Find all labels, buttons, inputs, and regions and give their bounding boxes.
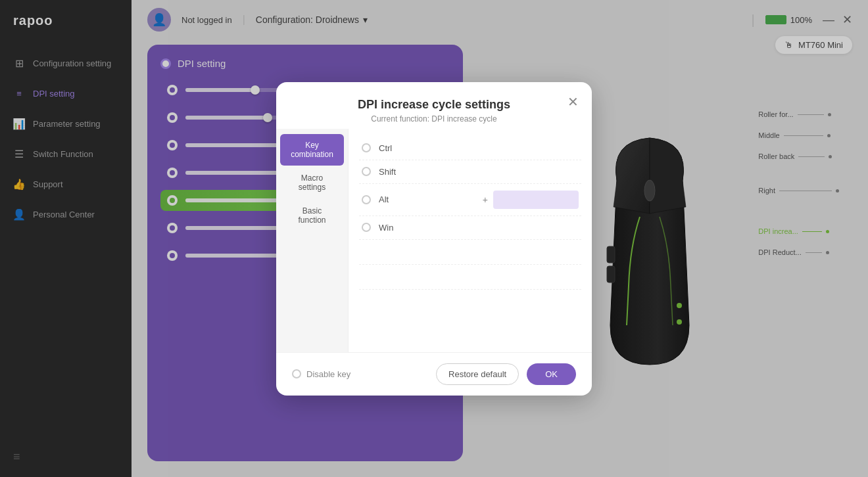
disable-key[interactable]: Disable key [292, 369, 350, 379]
key-label-win: Win [379, 223, 579, 233]
key-radio-shift[interactable] [362, 167, 371, 176]
plus-icon: + [483, 194, 488, 205]
key-radio-disable[interactable] [292, 369, 301, 378]
key-option-empty2 [359, 265, 581, 290]
disable-label: Disable key [306, 369, 350, 379]
modal-body: Key combination Macro settings Basic fun… [276, 129, 592, 352]
key-input-area: + [483, 191, 579, 209]
ok-button[interactable]: OK [527, 363, 576, 385]
key-label-shift: Shift [379, 167, 579, 177]
close-button[interactable]: ✕ [567, 95, 579, 108]
modal-header: DPI increase cycle settings Current func… [276, 82, 592, 129]
modal-footer: Disable key Restore default OK [276, 352, 592, 396]
key-option-empty3 [359, 290, 581, 315]
nav-macro-settings[interactable]: Macro settings [280, 167, 344, 198]
modal-dialog: DPI increase cycle settings Current func… [276, 82, 592, 396]
key-label-ctrl: Ctrl [379, 143, 579, 153]
key-option-shift[interactable]: Shift [359, 160, 581, 184]
nav-basic-function[interactable]: Basic function [280, 200, 344, 231]
key-option-ctrl[interactable]: Ctrl [359, 137, 581, 160]
key-radio-ctrl[interactable] [362, 143, 371, 152]
modal-overlay[interactable]: DPI increase cycle settings Current func… [0, 0, 868, 477]
modal-subtitle: Current function: DPI increase cycle [292, 114, 576, 124]
modal-main: Ctrl Shift Alt + [349, 129, 592, 352]
key-radio-win[interactable] [362, 223, 371, 232]
key-value-input[interactable] [493, 191, 579, 209]
key-radio-alt[interactable] [362, 195, 371, 204]
restore-default-button[interactable]: Restore default [436, 363, 519, 385]
modal-title: DPI increase cycle settings [292, 98, 576, 112]
footer-buttons: Restore default OK [436, 363, 576, 385]
key-option-win[interactable]: Win [359, 216, 581, 240]
modal-nav: Key combination Macro settings Basic fun… [276, 129, 349, 352]
key-label-alt: Alt [379, 194, 475, 204]
key-option-empty1 [359, 240, 581, 265]
nav-key-combination[interactable]: Key combination [280, 134, 344, 166]
key-option-alt[interactable]: Alt + [359, 184, 581, 216]
